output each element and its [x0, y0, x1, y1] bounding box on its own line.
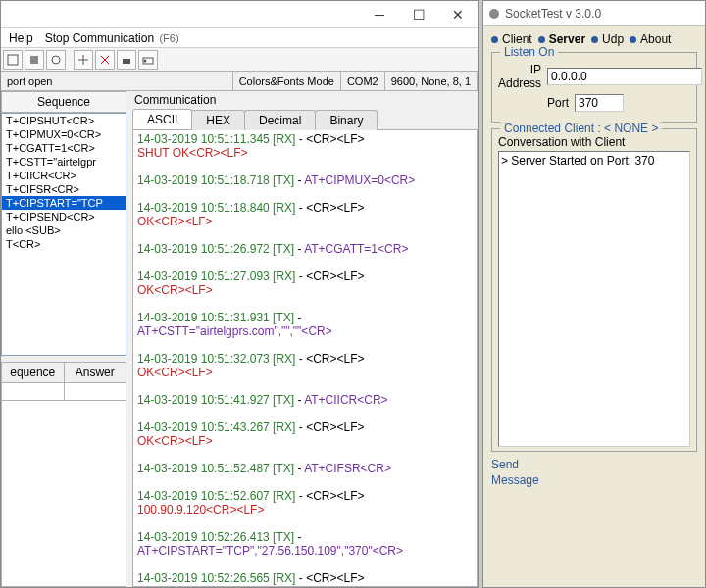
menu-stop-hotkey: (F6)	[159, 32, 178, 44]
menu-stop-communication[interactable]: Stop Communication (F6)	[39, 31, 185, 45]
close-button[interactable]: ✕	[438, 1, 478, 28]
sequence-item[interactable]: T+CIPSHUT<CR>	[2, 114, 126, 127]
sequence-item[interactable]: T+CIICR<CR>	[2, 169, 126, 182]
bullet-icon	[630, 36, 636, 43]
log-line: OK<CR><LF>	[137, 585, 473, 587]
statusbar: port open Colors&Fonts Mode COM2 9600, N…	[1, 72, 478, 91]
log-line: 14-03-2019 10:51:27.093 [RX] - <CR><LF>	[137, 270, 473, 283]
svg-rect-0	[8, 55, 18, 65]
sequence-header: Sequence	[1, 91, 126, 113]
minimize-button[interactable]: ─	[360, 1, 399, 28]
send-title: Send	[491, 458, 697, 471]
toolbar-btn-2[interactable]	[25, 50, 44, 70]
menu-help[interactable]: Help	[3, 31, 39, 45]
tab-binary[interactable]: Binary	[315, 110, 378, 130]
port-label: Port	[498, 96, 569, 110]
log-line: OK<CR><LF>	[137, 434, 473, 448]
sequence-list[interactable]: T+CIPSHUT<CR>T+CIPMUX=0<CR>T+CGATT=1<CR>…	[1, 113, 126, 356]
toolbar-btn-1[interactable]	[3, 50, 23, 70]
svg-point-1	[52, 56, 60, 64]
bullet-icon	[538, 36, 545, 43]
log-line: AT+CIPSTART="TCP","27.56.150.109","370"<…	[137, 544, 473, 558]
communication-title: Communication	[132, 91, 478, 107]
connected-group: Connected Client : < NONE > Conversation…	[491, 128, 697, 452]
tab-label: About	[640, 32, 671, 46]
sockettest-title: SocketTest v 3.0.0	[505, 7, 601, 21]
log-line: OK<CR><LF>	[137, 215, 473, 228]
log-line	[137, 256, 473, 270]
log-line	[137, 516, 473, 530]
listen-group-title: Listen On	[500, 45, 558, 59]
toolbar-btn-4[interactable]	[74, 50, 93, 70]
sockettest-tab-server[interactable]: Server	[538, 32, 585, 46]
toolbar-btn-6[interactable]	[117, 50, 136, 70]
log-line: 14-03-2019 10:51:18.840 [RX] - <CR><LF>	[137, 201, 473, 215]
sockettest-tab-about[interactable]: About	[630, 32, 671, 46]
terminal-window: ─ ☐ ✕ Help Stop Communication (F6) port …	[0, 0, 479, 588]
app-icon	[489, 9, 499, 19]
log-line: 14-03-2019 10:51:26.972 [TX] - AT+CGATT=…	[137, 242, 473, 256]
view-tabs: ASCIIHEXDecimalBinary	[132, 109, 478, 130]
log-line	[137, 187, 473, 201]
log-line	[137, 407, 473, 420]
toolbar-btn-7[interactable]	[138, 50, 158, 70]
log-line: OK<CR><LF>	[137, 366, 473, 379]
log-line	[137, 448, 473, 462]
port-input[interactable]	[575, 94, 624, 112]
maximize-button[interactable]: ☐	[399, 1, 438, 28]
answer-input-row[interactable]	[1, 383, 126, 401]
svg-rect-2	[123, 59, 130, 64]
tab-ascii[interactable]: ASCII	[132, 109, 192, 129]
log-line: 14-03-2019 10:52:26.413 [TX] -	[137, 530, 473, 544]
main-panel: Communication ASCIIHEXDecimalBinary 14-0…	[126, 91, 478, 587]
tab-hex[interactable]: HEX	[191, 110, 245, 130]
sequence-item[interactable]: T+CIFSR<CR>	[2, 182, 126, 196]
tab-label: Udp	[602, 32, 624, 46]
toolbar-btn-5[interactable]	[95, 50, 115, 70]
log-line: 14-03-2019 10:51:11.345 [RX] - <CR><LF>	[137, 132, 473, 146]
tab-decimal[interactable]: Decimal	[244, 110, 316, 130]
sockettest-tab-client[interactable]: Client	[491, 32, 532, 46]
tab-label: Client	[502, 32, 532, 46]
log-line: SHUT OK<CR><LF>	[137, 146, 473, 160]
sequence-item[interactable]: ello <SUB>	[2, 223, 126, 237]
log-line: 14-03-2019 10:51:52.487 [TX] - AT+CIFSR<…	[137, 462, 473, 475]
log-line: AT+CSTT="airtelgprs.com","",""<CR>	[137, 324, 473, 338]
log-line: 14-03-2019 10:51:31.931 [TX] -	[137, 311, 473, 324]
sockettest-tabs: ClientServerUdpAbout	[483, 26, 705, 46]
log-line: 14-03-2019 10:51:18.718 [TX] - AT+CIPMUX…	[137, 173, 473, 187]
log-line	[137, 297, 473, 311]
log-line: 14-03-2019 10:51:41.927 [TX] - AT+CIICR<…	[137, 393, 473, 407]
sequence-item[interactable]: T<CR>	[2, 237, 126, 251]
message-label: Message	[491, 473, 697, 487]
log-line: OK<CR><LF>	[137, 283, 473, 297]
bullet-icon	[491, 36, 498, 43]
conversation-textarea[interactable]	[498, 151, 690, 447]
ip-input[interactable]	[547, 68, 702, 85]
sockettest-titlebar: SocketTest v 3.0.0	[483, 1, 705, 26]
log-line: 14-03-2019 10:52:26.565 [RX] - <CR><LF>	[137, 571, 473, 585]
send-group: Send Message	[491, 458, 697, 487]
titlebar: ─ ☐ ✕	[1, 1, 478, 28]
conversation-label: Conversation with Client	[498, 135, 690, 149]
listen-group: Listen On IP Address Port	[491, 52, 697, 122]
sockettest-window: SocketTest v 3.0.0 ClientServerUdpAbout …	[482, 0, 706, 588]
tab-label: Server	[549, 32, 585, 46]
bullet-icon	[591, 36, 598, 43]
sequence-item[interactable]: T+CIPSTART="TCP	[2, 196, 126, 210]
sockettest-tab-udp[interactable]: Udp	[591, 32, 624, 46]
sequence-item[interactable]: T+CSTT="airtelgpr	[2, 155, 126, 169]
sequence-item[interactable]: T+CIPSEND<CR>	[2, 210, 126, 223]
log-line	[137, 379, 473, 393]
log-line	[137, 228, 473, 242]
sequence-item[interactable]: T+CGATT=1<CR>	[2, 141, 126, 155]
log-line: 14-03-2019 10:51:52.607 [RX] - <CR><LF>	[137, 489, 473, 503]
status-com: COM2	[341, 72, 385, 90]
sequence-item[interactable]: T+CIPMUX=0<CR>	[2, 127, 126, 141]
svg-point-4	[144, 59, 147, 62]
log-area[interactable]: 14-03-2019 10:51:11.345 [RX] - <CR><LF>S…	[132, 130, 478, 587]
log-line	[137, 475, 473, 489]
log-line: 14-03-2019 10:51:32.073 [RX] - <CR><LF>	[137, 352, 473, 366]
side-panel: Sequence T+CIPSHUT<CR>T+CIPMUX=0<CR>T+CG…	[1, 91, 126, 587]
toolbar-btn-3[interactable]	[46, 50, 66, 70]
